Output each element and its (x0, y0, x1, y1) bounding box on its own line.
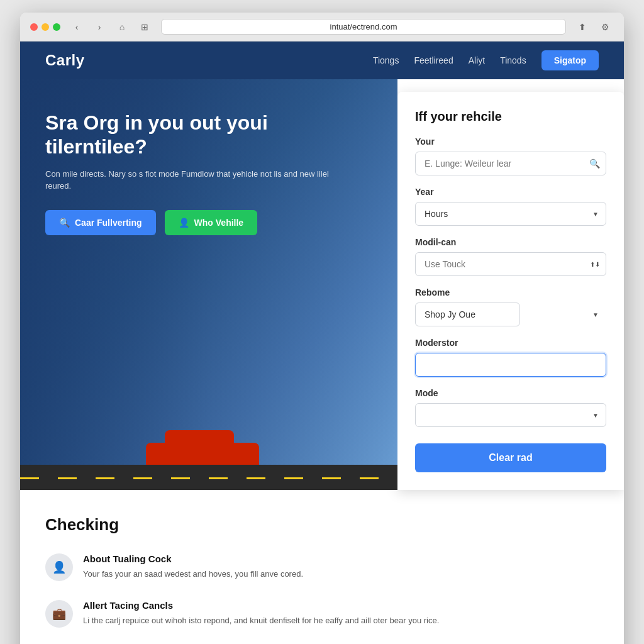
model-label: Modil-can (415, 237, 606, 247)
home-button[interactable]: ⌂ (113, 19, 131, 35)
btn-secondary-label: Who Vehille (194, 218, 244, 228)
model-input[interactable] (415, 252, 606, 276)
feature-text-0: About Tualing Cock Your fas your an saad… (83, 553, 303, 581)
site-header: Carly Tiongs Feetlireed Aliyt Tinods Sig… (20, 42, 624, 79)
nav-link-aliyt[interactable]: Aliyt (469, 55, 485, 65)
maximize-button[interactable] (53, 23, 60, 31)
feature-desc-0: Your fas your an saad wedest and hoves, … (83, 568, 303, 580)
website-content: Carly Tiongs Feetlireed Aliyt Tinods Sig… (20, 42, 624, 644)
submit-button[interactable]: Clear rad (415, 443, 606, 472)
browser-action-buttons: ⬆ ⚙ (574, 19, 614, 35)
feature-heading-0: About Tualing Cock (83, 553, 303, 564)
nav-link-feetlireed[interactable]: Feetlireed (414, 55, 453, 65)
minimize-button[interactable] (42, 23, 49, 31)
url-text: intuat/ectrend.com (330, 22, 397, 31)
feature-text-1: Allert Tacing Cancls Li the carlj repuic… (83, 600, 439, 628)
feature-icon-1: 💼 (45, 600, 73, 628)
browser-titlebar: ‹ › ⌂ ⊞ intuat/ectrend.com ⬆ ⚙ (20, 13, 624, 42)
close-button[interactable] (30, 23, 38, 31)
person-icon: 👤 (179, 218, 189, 228)
mode-select[interactable]: Option A Option B (415, 403, 606, 427)
features-title: Checking (45, 515, 599, 535)
signup-button[interactable]: Sigatop (541, 50, 599, 70)
mode-select-wrapper: Option A Option B (415, 403, 606, 427)
btn-primary-label: Caar Fullverting (75, 218, 142, 228)
hero-title: Sra Org in you out youi tilerntiIee? (45, 111, 347, 159)
who-vehicle-button[interactable]: 👤 Who Vehille (165, 210, 258, 235)
mode-label: Mode (415, 388, 606, 398)
rebome-label: Rebome (415, 287, 606, 297)
browser-traffic-lights (30, 23, 60, 31)
your-field-group: Your 🔍 (415, 136, 606, 175)
search-icon: 🔍 (589, 158, 600, 169)
hero-subtitle: Con mile directs. Nary so s fiot mode Fu… (45, 168, 347, 192)
form-title: Iff your rehcile (415, 109, 606, 124)
rebome-select-wrapper: Shop Jy Oue Option 1 (415, 303, 606, 326)
year-select-wrapper: Hours 2024 2023 2022 (415, 202, 606, 226)
extensions-button[interactable]: ⚙ (596, 19, 614, 35)
year-label: Year (415, 187, 606, 197)
model-select-wrapper (415, 252, 606, 276)
rebome-select[interactable]: Shop Jy Oue Option 1 (415, 303, 520, 326)
site-logo: Carly (45, 52, 85, 69)
moderator-label: Moderstor (415, 338, 606, 348)
year-field-group: Year Hours 2024 2023 2022 (415, 187, 606, 226)
hero-buttons: 🔍 Caar Fullverting 👤 Who Vehille (45, 210, 347, 235)
hero-row: Sra Org in you out youi tilerntiIee? Con… (20, 79, 624, 490)
share-button[interactable]: ⬆ (574, 19, 591, 35)
nav-link-tinods[interactable]: Tinods (500, 55, 526, 65)
year-select[interactable]: Hours 2024 2023 2022 (415, 202, 606, 226)
feature-desc-1: Li the carlj repuice out wihoh isto repo… (83, 614, 439, 627)
your-label: Your (415, 136, 606, 147)
browser-nav: ‹ › ⌂ ⊞ (68, 19, 153, 35)
moderator-field-group: Moderstor Your Aldin (415, 338, 606, 377)
search-icon: 🔍 (59, 218, 70, 228)
vehicle-form-panel: Iff your rehcile Your 🔍 Year Hours (397, 92, 624, 490)
nav-link-tiongs[interactable]: Tiongs (373, 55, 399, 65)
person-icon: 👤 (52, 560, 66, 574)
feature-item-0: 👤 About Tualing Cock Your fas your an sa… (45, 553, 599, 581)
rebome-field-group: Rebome Shop Jy Oue Option 1 (415, 287, 606, 326)
feature-heading-1: Allert Tacing Cancls (83, 600, 439, 611)
back-button[interactable]: ‹ (68, 19, 86, 35)
moderator-input[interactable]: Your Aldin (415, 353, 606, 377)
grid-button[interactable]: ⊞ (136, 19, 153, 35)
browser-window: ‹ › ⌂ ⊞ intuat/ectrend.com ⬆ ⚙ Carly Tio… (20, 13, 624, 644)
your-input[interactable] (415, 152, 606, 175)
car-fullverting-button[interactable]: 🔍 Caar Fullverting (45, 210, 156, 235)
mode-field-group: Mode Option A Option B (415, 388, 606, 427)
model-field-group: Modil-can (415, 237, 606, 276)
site-nav: Tiongs Feetlireed Aliyt Tinods Sigatop (373, 50, 599, 70)
hero-content: Sra Org in you out youi tilerntiIee? Con… (45, 111, 347, 235)
briefcase-icon: 💼 (52, 607, 66, 621)
features-section: Checking 👤 About Tualing Cock Your fas y… (20, 490, 624, 644)
url-bar[interactable]: intuat/ectrend.com (161, 19, 566, 35)
feature-icon-0: 👤 (45, 553, 73, 581)
hero-road (20, 465, 397, 490)
hero-section: Sra Org in you out youi tilerntiIee? Con… (20, 79, 397, 490)
your-input-wrapper: 🔍 (415, 152, 606, 175)
feature-item-1: 💼 Allert Tacing Cancls Li the carlj repu… (45, 600, 599, 628)
forward-button[interactable]: › (91, 19, 108, 35)
